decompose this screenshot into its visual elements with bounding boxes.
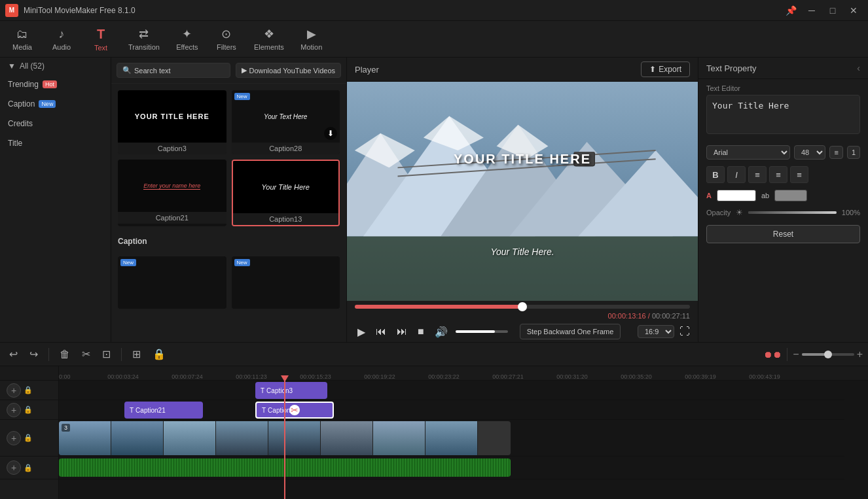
- volume-slider[interactable]: [456, 330, 508, 333]
- sidebar-item-caption[interactable]: Caption New: [0, 94, 111, 114]
- text-editor-input[interactable]: Your Title Here: [706, 95, 860, 134]
- download-icon[interactable]: ⬇: [324, 127, 337, 140]
- ruler-mark-6: 00:00:23:22: [428, 373, 460, 380]
- maximize-button[interactable]: □: [823, 3, 842, 18]
- video-frame-3: [164, 421, 216, 455]
- opacity-label: Opacity: [706, 209, 731, 216]
- ruler-mark-9: 00:00:35:20: [621, 373, 652, 380]
- pin-button[interactable]: 📌: [782, 3, 800, 18]
- motion-tool-button[interactable]: ▶ Motion: [292, 23, 331, 56]
- video-frame: YOUR TITLE HERE Your Title Here.: [347, 82, 698, 301]
- template-card-caption28[interactable]: New Your Text Here ⬇ Caption28: [232, 90, 340, 154]
- font-color-swatch[interactable]: [717, 190, 756, 201]
- caption-template-a[interactable]: New: [118, 256, 226, 309]
- add-track-button-1[interactable]: +: [7, 383, 21, 398]
- add-track-button-2[interactable]: +: [7, 403, 21, 417]
- zoom-controls: ⏺⏺ − +: [763, 348, 863, 361]
- media-tool-button[interactable]: 🗂 Media: [3, 23, 42, 56]
- sidebar-item-trending[interactable]: Trending Hot: [0, 75, 111, 94]
- volume-button[interactable]: 🔊: [432, 324, 450, 339]
- play-button[interactable]: ▶: [355, 324, 368, 339]
- lock-icon-2: 🔒: [24, 405, 33, 414]
- template-card-caption21[interactable]: Enter your name here Caption21: [118, 160, 226, 226]
- format-row-font: Arial Helvetica Times New Roman 48 24 36…: [698, 141, 868, 163]
- caption13-label: Caption13: [233, 213, 339, 225]
- zoom-plus-button[interactable]: +: [857, 349, 863, 360]
- text-tool-button[interactable]: T Text: [81, 23, 120, 56]
- elements-tool-button[interactable]: ❖ Elements: [246, 23, 292, 56]
- prev-frame-button[interactable]: ⏮: [373, 324, 389, 339]
- fullscreen-button[interactable]: ⛶: [679, 326, 690, 337]
- timeline-track-1: T Caption3: [59, 381, 844, 400]
- zoom-track[interactable]: [802, 353, 854, 356]
- minimize-button[interactable]: ─: [803, 3, 821, 18]
- export-button[interactable]: ⬆ Export: [641, 61, 690, 77]
- audio-label: Audio: [52, 43, 71, 51]
- tooltip-step-backward: Step Backward One Frame: [520, 324, 621, 339]
- list-number-button[interactable]: 1: [847, 146, 860, 159]
- text-highlight-swatch[interactable]: [774, 190, 807, 201]
- caption21-label: Caption21: [118, 212, 226, 224]
- add-track-button-audio[interactable]: +: [7, 460, 21, 475]
- elements-icon: ❖: [264, 27, 274, 41]
- effects-tool-button[interactable]: ✦ Effects: [168, 23, 207, 56]
- filters-icon: ⊙: [221, 27, 231, 41]
- font-select[interactable]: Arial Helvetica Times New Roman: [706, 145, 790, 160]
- youtube-download-button[interactable]: ▶ Download YouTube Videos: [236, 63, 342, 78]
- all-section[interactable]: ▼ All (52): [0, 58, 111, 75]
- caption3-clip[interactable]: T Caption3: [255, 382, 327, 399]
- player-time: 00:00:13:16 / 00:00:27:11: [347, 311, 698, 321]
- audio-tool-button[interactable]: ♪ Audio: [42, 23, 81, 56]
- video-title-overlay: YOUR TITLE HERE: [454, 152, 591, 167]
- video-frames: [59, 421, 478, 455]
- align-left-button[interactable]: ≡: [748, 166, 767, 183]
- aspect-ratio-select[interactable]: 16:9 4:3 1:1 9:16: [638, 325, 674, 338]
- search-box[interactable]: 🔍 Search text: [117, 63, 230, 78]
- caption-label: Caption: [8, 99, 35, 109]
- all-section-label: All (52): [20, 61, 45, 71]
- add-track-button-video[interactable]: +: [7, 431, 21, 445]
- caption-template-b[interactable]: New: [232, 256, 340, 309]
- caption21-clip[interactable]: T Caption21: [124, 402, 203, 419]
- sidebar-item-credits[interactable]: Credits: [0, 114, 111, 133]
- ruler-mark-5: 00:00:19:22: [364, 373, 395, 380]
- template-card-caption13[interactable]: Your Title Here Caption13: [232, 160, 340, 226]
- reset-button[interactable]: Reset: [706, 225, 860, 243]
- left-sidebar: ▼ All (52) Trending Hot Caption New Cred…: [0, 58, 111, 342]
- delete-button[interactable]: 🗑: [56, 347, 74, 362]
- crop-button[interactable]: ⊡: [98, 346, 115, 362]
- redo-button[interactable]: ↪: [26, 346, 42, 362]
- add-track-left-button[interactable]: ⊞: [128, 346, 145, 362]
- zoom-minus-button[interactable]: −: [793, 349, 799, 360]
- next-frame-button[interactable]: ⏭: [394, 324, 410, 339]
- undo-button[interactable]: ↩: [5, 346, 22, 362]
- list-style-button[interactable]: ≡: [829, 146, 842, 159]
- progress-bar[interactable]: [355, 305, 690, 309]
- italic-button[interactable]: I: [727, 166, 746, 183]
- template-card-caption3[interactable]: YOUR TITLE HERE Caption3: [118, 90, 226, 154]
- opacity-slider[interactable]: [748, 211, 837, 214]
- ruler-mark-7: 00:00:27:21: [492, 373, 524, 380]
- stop-button[interactable]: ■: [415, 324, 427, 339]
- align-right-button[interactable]: ≡: [790, 166, 808, 183]
- caption-badge: New: [39, 100, 56, 108]
- align-center-button[interactable]: ≡: [769, 166, 787, 183]
- bold-button[interactable]: B: [706, 166, 725, 183]
- video-subtitle-overlay: Your Title Here.: [490, 247, 554, 257]
- filters-tool-button[interactable]: ⊙ Filters: [207, 23, 246, 56]
- search-icon: 🔍: [122, 66, 132, 75]
- right-panel: Text Property ‹ Text Editor Your Title H…: [698, 58, 868, 342]
- panel-collapse-button[interactable]: ‹: [857, 63, 860, 73]
- font-size-select[interactable]: 48 24 36 60 72: [794, 145, 825, 160]
- title-label: Title: [8, 139, 22, 148]
- caption28-label: Caption28: [232, 143, 340, 154]
- close-button[interactable]: ✕: [844, 3, 863, 18]
- lock-icon-video: 🔒: [24, 434, 33, 442]
- volume-fill: [456, 330, 495, 333]
- sidebar-item-title[interactable]: Title: [0, 133, 111, 153]
- scissors-button[interactable]: ✂: [78, 346, 94, 362]
- transition-tool-button[interactable]: ⇄ Transition: [120, 23, 168, 56]
- timeline-scroll-area[interactable]: 00:00:00 00:00:03:24 00:00:07:24 00:00:1…: [59, 366, 868, 499]
- lock-track-button[interactable]: 🔒: [149, 346, 170, 362]
- caption13-clip[interactable]: T Caption13 ✂: [255, 402, 334, 419]
